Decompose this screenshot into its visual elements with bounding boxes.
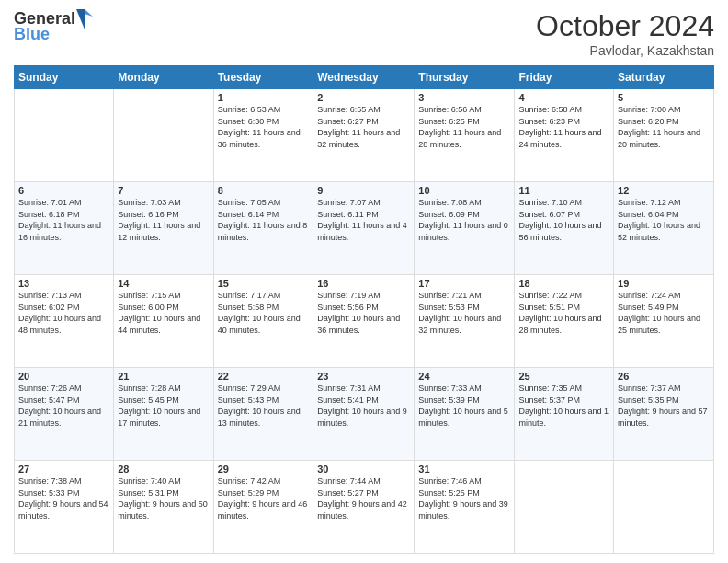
day-number: 7: [118, 185, 209, 196]
day-info: Sunrise: 6:58 AMSunset: 6:23 PMDaylight:…: [518, 104, 609, 150]
logo: General Blue: [14, 9, 93, 44]
calendar-cell: 11Sunrise: 7:10 AMSunset: 6:07 PMDayligh…: [515, 182, 614, 275]
day-number: 9: [317, 185, 410, 196]
weekday-header-thursday: Thursday: [415, 66, 515, 89]
calendar-week-row: 6Sunrise: 7:01 AMSunset: 6:18 PMDaylight…: [15, 182, 714, 275]
day-info: Sunrise: 7:05 AMSunset: 6:14 PMDaylight:…: [218, 197, 310, 243]
calendar-cell: [15, 89, 114, 182]
day-info: Sunrise: 7:17 AMSunset: 5:58 PMDaylight:…: [218, 290, 310, 336]
day-number: 13: [18, 278, 109, 289]
calendar-cell: 15Sunrise: 7:17 AMSunset: 5:58 PMDayligh…: [213, 275, 313, 368]
calendar-cell: 7Sunrise: 7:03 AMSunset: 6:16 PMDaylight…: [114, 182, 213, 275]
calendar-cell: 2Sunrise: 6:55 AMSunset: 6:27 PMDaylight…: [313, 89, 415, 182]
page: General Blue October 2024 Pavlodar, Kaza…: [0, 0, 728, 563]
calendar-cell: [614, 461, 714, 554]
day-info: Sunrise: 7:37 AMSunset: 5:35 PMDaylight:…: [618, 383, 710, 429]
calendar-cell: 1Sunrise: 6:53 AMSunset: 6:30 PMDaylight…: [213, 89, 313, 182]
day-number: 20: [18, 371, 109, 382]
day-info: Sunrise: 7:01 AMSunset: 6:18 PMDaylight:…: [18, 197, 109, 243]
day-number: 3: [418, 92, 510, 103]
month-title: October 2024: [536, 9, 714, 43]
day-number: 22: [218, 371, 310, 382]
day-info: Sunrise: 7:44 AMSunset: 5:27 PMDaylight:…: [317, 476, 410, 522]
calendar-cell: 23Sunrise: 7:31 AMSunset: 5:41 PMDayligh…: [313, 368, 415, 461]
day-number: 17: [418, 278, 510, 289]
day-number: 19: [618, 278, 710, 289]
day-info: Sunrise: 7:46 AMSunset: 5:25 PMDaylight:…: [418, 476, 510, 522]
day-info: Sunrise: 7:29 AMSunset: 5:43 PMDaylight:…: [218, 383, 310, 429]
day-info: Sunrise: 7:13 AMSunset: 6:02 PMDaylight:…: [18, 290, 109, 336]
weekday-header-sunday: Sunday: [15, 66, 114, 89]
calendar-cell: 18Sunrise: 7:22 AMSunset: 5:51 PMDayligh…: [515, 275, 614, 368]
day-info: Sunrise: 7:38 AMSunset: 5:33 PMDaylight:…: [18, 476, 109, 522]
day-info: Sunrise: 7:22 AMSunset: 5:51 PMDaylight:…: [518, 290, 609, 336]
day-number: 25: [518, 371, 609, 382]
calendar-cell: 22Sunrise: 7:29 AMSunset: 5:43 PMDayligh…: [213, 368, 313, 461]
day-info: Sunrise: 7:19 AMSunset: 5:56 PMDaylight:…: [317, 290, 410, 336]
day-info: Sunrise: 7:40 AMSunset: 5:31 PMDaylight:…: [118, 476, 209, 522]
calendar-cell: 8Sunrise: 7:05 AMSunset: 6:14 PMDaylight…: [213, 182, 313, 275]
calendar-cell: 5Sunrise: 7:00 AMSunset: 6:20 PMDaylight…: [614, 89, 714, 182]
weekday-header-monday: Monday: [114, 66, 213, 89]
calendar-cell: 16Sunrise: 7:19 AMSunset: 5:56 PMDayligh…: [313, 275, 415, 368]
calendar-cell: 31Sunrise: 7:46 AMSunset: 5:25 PMDayligh…: [415, 461, 515, 554]
day-info: Sunrise: 6:55 AMSunset: 6:27 PMDaylight:…: [317, 104, 410, 150]
day-info: Sunrise: 7:24 AMSunset: 5:49 PMDaylight:…: [618, 290, 710, 336]
calendar-cell: 9Sunrise: 7:07 AMSunset: 6:11 PMDaylight…: [313, 182, 415, 275]
header: General Blue October 2024 Pavlodar, Kaza…: [14, 9, 714, 58]
calendar-cell: [515, 461, 614, 554]
weekday-header-saturday: Saturday: [614, 66, 714, 89]
calendar-cell: [114, 89, 213, 182]
calendar-cell: 30Sunrise: 7:44 AMSunset: 5:27 PMDayligh…: [313, 461, 415, 554]
day-number: 21: [118, 371, 209, 382]
day-info: Sunrise: 7:00 AMSunset: 6:20 PMDaylight:…: [618, 104, 710, 150]
calendar-table: SundayMondayTuesdayWednesdayThursdayFrid…: [14, 65, 714, 554]
day-number: 23: [317, 371, 410, 382]
day-info: Sunrise: 7:31 AMSunset: 5:41 PMDaylight:…: [317, 383, 410, 429]
day-number: 24: [418, 371, 510, 382]
calendar-week-row: 13Sunrise: 7:13 AMSunset: 6:02 PMDayligh…: [15, 275, 714, 368]
day-number: 29: [218, 464, 310, 475]
day-info: Sunrise: 7:33 AMSunset: 5:39 PMDaylight:…: [418, 383, 510, 429]
day-info: Sunrise: 7:03 AMSunset: 6:16 PMDaylight:…: [118, 197, 209, 243]
day-number: 18: [518, 278, 609, 289]
calendar-week-row: 1Sunrise: 6:53 AMSunset: 6:30 PMDaylight…: [15, 89, 714, 182]
calendar-cell: 25Sunrise: 7:35 AMSunset: 5:37 PMDayligh…: [515, 368, 614, 461]
calendar-cell: 19Sunrise: 7:24 AMSunset: 5:49 PMDayligh…: [614, 275, 714, 368]
day-number: 2: [317, 92, 410, 103]
weekday-header-wednesday: Wednesday: [313, 66, 415, 89]
day-info: Sunrise: 7:28 AMSunset: 5:45 PMDaylight:…: [118, 383, 209, 429]
day-number: 10: [418, 185, 510, 196]
calendar-cell: 13Sunrise: 7:13 AMSunset: 6:02 PMDayligh…: [15, 275, 114, 368]
calendar-cell: 26Sunrise: 7:37 AMSunset: 5:35 PMDayligh…: [614, 368, 714, 461]
day-info: Sunrise: 7:10 AMSunset: 6:07 PMDaylight:…: [518, 197, 609, 243]
day-number: 27: [18, 464, 109, 475]
calendar-cell: 24Sunrise: 7:33 AMSunset: 5:39 PMDayligh…: [415, 368, 515, 461]
day-info: Sunrise: 7:35 AMSunset: 5:37 PMDaylight:…: [518, 383, 609, 429]
day-info: Sunrise: 7:07 AMSunset: 6:11 PMDaylight:…: [317, 197, 410, 243]
title-section: October 2024 Pavlodar, Kazakhstan: [536, 9, 714, 58]
logo-blue: Blue: [14, 26, 93, 44]
calendar-cell: 20Sunrise: 7:26 AMSunset: 5:47 PMDayligh…: [15, 368, 114, 461]
day-number: 4: [518, 92, 609, 103]
day-info: Sunrise: 7:15 AMSunset: 6:00 PMDaylight:…: [118, 290, 209, 336]
weekday-header-row: SundayMondayTuesdayWednesdayThursdayFrid…: [15, 66, 714, 89]
weekday-header-friday: Friday: [515, 66, 614, 89]
calendar-cell: 27Sunrise: 7:38 AMSunset: 5:33 PMDayligh…: [15, 461, 114, 554]
day-info: Sunrise: 7:42 AMSunset: 5:29 PMDaylight:…: [218, 476, 310, 522]
day-number: 30: [317, 464, 410, 475]
calendar-cell: 14Sunrise: 7:15 AMSunset: 6:00 PMDayligh…: [114, 275, 213, 368]
calendar-cell: 28Sunrise: 7:40 AMSunset: 5:31 PMDayligh…: [114, 461, 213, 554]
calendar-cell: 17Sunrise: 7:21 AMSunset: 5:53 PMDayligh…: [415, 275, 515, 368]
day-info: Sunrise: 7:21 AMSunset: 5:53 PMDaylight:…: [418, 290, 510, 336]
day-number: 8: [218, 185, 310, 196]
weekday-header-tuesday: Tuesday: [213, 66, 313, 89]
day-number: 11: [518, 185, 609, 196]
day-number: 31: [418, 464, 510, 475]
day-info: Sunrise: 7:12 AMSunset: 6:04 PMDaylight:…: [618, 197, 710, 243]
calendar-cell: 29Sunrise: 7:42 AMSunset: 5:29 PMDayligh…: [213, 461, 313, 554]
calendar-cell: 12Sunrise: 7:12 AMSunset: 6:04 PMDayligh…: [614, 182, 714, 275]
day-number: 12: [618, 185, 710, 196]
calendar-cell: 21Sunrise: 7:28 AMSunset: 5:45 PMDayligh…: [114, 368, 213, 461]
day-number: 1: [218, 92, 310, 103]
